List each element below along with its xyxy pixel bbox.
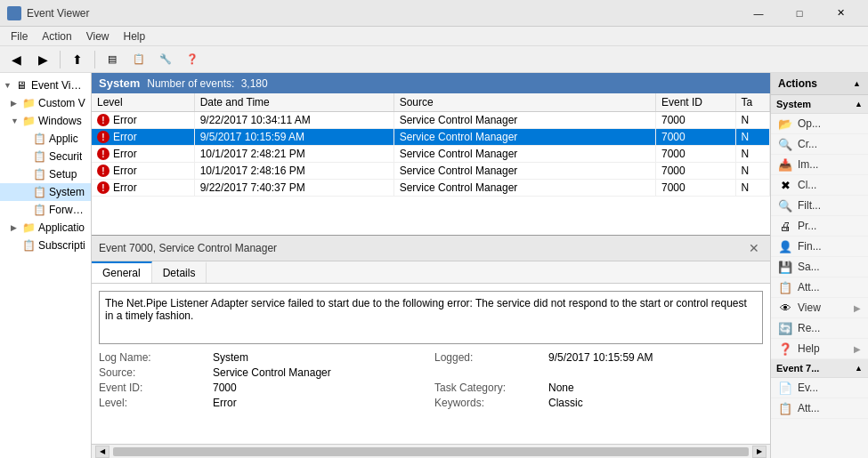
tree-item-setup[interactable]: 📋 Setup [0, 165, 91, 183]
events-table: Level Date and Time Source Event ID Ta !… [92, 93, 770, 197]
action-re[interactable]: 🔄 Re... [771, 318, 868, 339]
action-att[interactable]: 📋 Att... [771, 277, 868, 298]
col-datetime[interactable]: Date and Time [194, 93, 393, 112]
log-name-label: Log Name: [99, 351, 206, 364]
tree-expand-icon-2: ▶ [11, 99, 21, 108]
action-cl[interactable]: ✖ Cl... [771, 175, 868, 196]
menu-view[interactable]: View [79, 28, 117, 44]
action-view[interactable]: 👁 View ▶ [771, 298, 868, 318]
table-row[interactable]: !Error9/22/2017 7:40:37 PMService Contro… [92, 180, 770, 197]
log-icon-6: 📋 [21, 238, 36, 253]
title-bar-controls: — □ ✕ [738, 0, 861, 27]
tree-item-windows[interactable]: ▼ 📁 Windows [0, 112, 91, 130]
toolbar-help[interactable]: ❓ [180, 49, 205, 70]
cell-source: Service Control Manager [393, 112, 655, 129]
col-eventid[interactable]: Event ID [656, 93, 736, 112]
view-arrow-icon: ▶ [854, 303, 861, 313]
action-sa[interactable]: 💾 Sa... [771, 257, 868, 277]
tree-item-subscripti[interactable]: 📋 Subscripti [0, 237, 91, 254]
action-op[interactable]: 📂 Op... [771, 114, 868, 134]
print-icon: 🖨 [778, 219, 792, 233]
tree-label-forwa: Forwa... [49, 204, 87, 216]
cell-datetime: 9/22/2017 7:40:37 PM [194, 180, 393, 197]
tree-item-applicatio[interactable]: ▶ 📁 Applicatio [0, 219, 91, 237]
title-bar: Event Viewer — □ ✕ [0, 0, 868, 27]
maximize-button[interactable]: □ [779, 0, 820, 27]
action-filt[interactable]: 🔍 Filt... [771, 196, 868, 216]
level-label: Level: [99, 397, 206, 409]
scroll-left-btn[interactable]: ◀ [95, 446, 110, 458]
action-ev[interactable]: 📄 Ev... [771, 378, 868, 398]
log-icon-5: 📋 [32, 203, 46, 217]
table-row[interactable]: !Error9/5/2017 10:15:59 AMService Contro… [92, 129, 770, 146]
col-task[interactable]: Ta [735, 93, 769, 112]
col-level[interactable]: Level [92, 93, 194, 112]
toolbar-show-hide[interactable]: ▤ [100, 49, 125, 70]
refresh-icon: 🔄 [778, 321, 792, 335]
col-source[interactable]: Source [393, 93, 655, 112]
action-fin[interactable]: 👤 Fin... [771, 237, 868, 257]
create-icon: 🔍 [778, 137, 792, 151]
cell-source: Service Control Manager [393, 180, 655, 197]
action-att2[interactable]: 📋 Att... [771, 398, 868, 419]
toolbar-forward[interactable]: ▶ [30, 49, 55, 70]
tree-item-forwa[interactable]: 📋 Forwa... [0, 201, 91, 219]
tree-item-customv[interactable]: ▶ 📁 Custom V [0, 94, 91, 112]
action-section-system-arrow: ▲ [855, 100, 863, 108]
title-bar-title: Event Viewer [27, 7, 89, 20]
tab-general[interactable]: General [92, 261, 152, 283]
toolbar-custom-view[interactable]: 📋 [126, 49, 151, 70]
action-re-label: Re... [798, 322, 820, 334]
table-row[interactable]: !Error10/1/2017 2:48:21 PMService Contro… [92, 146, 770, 163]
action-section-system[interactable]: System ▲ [771, 95, 868, 114]
source-value: Service Control Manager [213, 366, 427, 379]
scrollbar-thumb[interactable] [113, 447, 749, 456]
close-button[interactable]: ✕ [820, 0, 861, 27]
computer-icon: 🖥 [14, 78, 28, 92]
cell-datetime: 10/1/2017 2:48:16 PM [194, 163, 393, 180]
event-count-label: Number of events: 3,180 [147, 77, 267, 90]
open-icon: 📂 [778, 117, 792, 131]
tree-item-eventviewer[interactable]: ▼ 🖥 Event Viewer ( [0, 76, 91, 94]
menu-file[interactable]: File [4, 28, 35, 44]
toolbar-up[interactable]: ⬆ [65, 49, 90, 70]
toolbar-back[interactable]: ◀ [4, 49, 28, 70]
horizontal-scrollbar[interactable]: ◀ ▶ [92, 444, 770, 458]
scroll-right-btn[interactable]: ▶ [752, 446, 767, 458]
toolbar-separator-1 [60, 51, 61, 68]
import-icon: 📥 [778, 157, 792, 172]
table-row[interactable]: !Error9/22/2017 10:34:11 AMService Contr… [92, 112, 770, 129]
filter-icon: 🔍 [778, 198, 792, 213]
menu-help[interactable]: Help [117, 28, 153, 44]
tree-item-applic[interactable]: 📋 Applic [0, 130, 91, 148]
tree-item-system[interactable]: 📋 System [0, 183, 91, 201]
actions-panel: Actions ▲ System ▲ 📂 Op... 🔍 Cr... 📥 Im.… [770, 73, 868, 458]
log-name-value: System [213, 351, 427, 364]
tree-item-securit[interactable]: 📋 Securit [0, 148, 91, 165]
tree-expand-icon-3: ▼ [11, 117, 21, 125]
tab-details[interactable]: Details [152, 261, 207, 283]
toolbar-separator-2 [94, 51, 95, 68]
cell-task: N [735, 129, 769, 146]
detail-panel: Event 7000, Service Control Manager ✕ Ge… [92, 235, 770, 444]
minimize-button[interactable]: — [738, 0, 779, 27]
action-im[interactable]: 📥 Im... [771, 155, 868, 175]
actions-collapse-icon[interactable]: ▲ [853, 79, 861, 88]
logged-label: Logged: [434, 351, 541, 364]
event-id-label: Event ID: [99, 382, 206, 394]
action-section-event7[interactable]: Event 7... ▲ [771, 359, 868, 378]
actions-header: Actions ▲ [771, 73, 868, 95]
toolbar-options[interactable]: 🔧 [153, 49, 178, 70]
table-row[interactable]: !Error10/1/2017 2:48:16 PMService Contro… [92, 163, 770, 180]
action-cr-label: Cr... [798, 138, 817, 150]
detail-close-button[interactable]: ✕ [745, 239, 763, 257]
event-icon: 📄 [778, 381, 792, 395]
action-help[interactable]: ❓ Help ▶ [771, 339, 868, 359]
action-pr[interactable]: 🖨 Pr... [771, 216, 868, 237]
action-cr[interactable]: 🔍 Cr... [771, 134, 868, 155]
action-view-label: View [798, 301, 821, 314]
cell-source: Service Control Manager [393, 146, 655, 163]
menu-action[interactable]: Action [35, 28, 78, 44]
folder-icon-1: 📁 [21, 96, 36, 110]
cell-eventid: 7000 [656, 112, 736, 129]
